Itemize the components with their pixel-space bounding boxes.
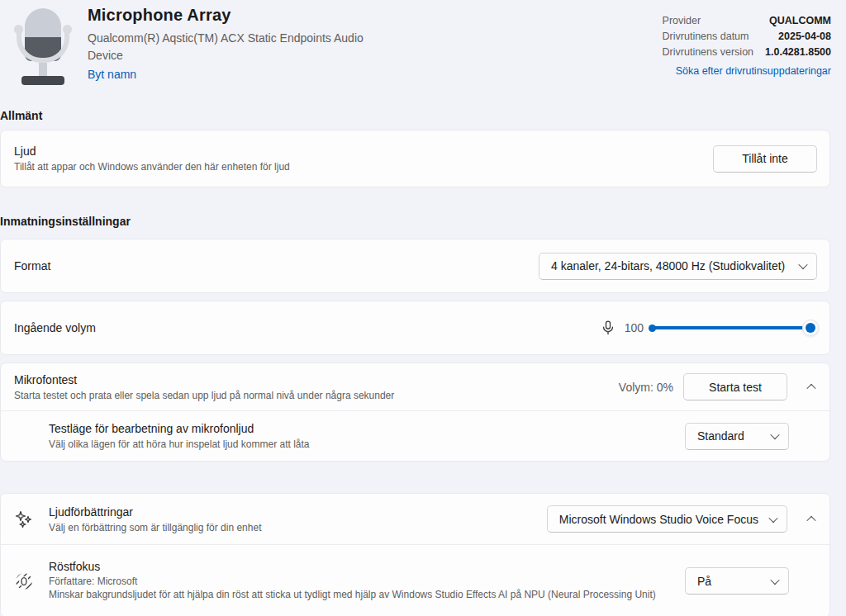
microphone-device-icon [11,8,75,86]
voice-focus-description: Minskar bakgrundsljudet för att hjälpa d… [49,589,656,602]
voice-focus-author: Författare: Microsoft [49,576,656,587]
processing-mode-dropdown[interactable]: Standard [685,423,789,450]
rename-device-link[interactable]: Byt namn [88,68,136,81]
input-volume-card: Ingående volym 100 [0,301,830,355]
input-volume-label: Ingående volym [14,321,96,334]
voice-focus-row: Röstfokus Författare: Microsoft Minskar … [1,545,829,616]
driver-version-label: Drivrutinens version [663,46,753,58]
mic-test-description: Starta testet och prata eller spela seda… [14,390,394,401]
format-selected-value: 4 kanaler, 24-bitars, 48000 Hz (Studiokv… [551,259,785,272]
device-description: Qualcomm(R) Aqstic(TM) ACX Static Endpoi… [88,30,373,64]
chevron-up-icon [806,383,815,392]
processing-mode-row: Testläge för bearbetning av mikrofonljud… [1,411,829,461]
driver-date-label: Drivrutinens datum [663,31,753,42]
driver-update-link[interactable]: Söka efter drivrutinsuppdateringar [676,65,831,77]
sound-title: Ljud [14,145,290,158]
audio-enhancements-dropdown[interactable]: Microsoft Windows Studio Voice Focus [547,505,787,533]
audio-enhancements-selected-value: Microsoft Windows Studio Voice Focus [559,513,758,526]
chevron-down-icon [770,575,779,584]
voice-focus-dropdown[interactable]: På [685,567,789,595]
section-header-general: Allmänt [0,109,830,122]
chevron-down-icon [768,513,777,522]
sound-permission-card: Ljud Tillåt att appar och Windows använd… [0,130,830,187]
format-card: Format 4 kanaler, 24-bitars, 48000 Hz (S… [0,239,830,293]
voice-focus-icon [14,571,34,591]
audio-enhancements-row: Ljudförbättringar Välj en förbättring so… [1,494,829,544]
driver-version-value: 1.0.4281.8500 [765,46,831,58]
microphone-icon [600,318,616,338]
mic-test-row: Mikrofontest Starta testet och prata ell… [1,363,829,410]
mic-test-volume-readout: Volym: 0% [619,381,673,394]
format-dropdown[interactable]: 4 kanaler, 24-bitars, 48000 Hz (Studiokv… [539,253,817,280]
settings-content: Allmänt Ljud Tillåt att appar och Window… [0,109,830,616]
format-row: Format 4 kanaler, 24-bitars, 48000 Hz (S… [1,239,829,292]
format-label: Format [14,259,50,272]
input-volume-row: Ingående volym 100 [1,301,829,354]
disallow-audio-button[interactable]: Tillåt inte [713,145,817,173]
device-properties-page: Microphone Array Qualcomm(R) Aqstic(TM) … [0,0,846,616]
audio-enhancements-collapse-control[interactable] [806,514,817,525]
sound-description: Tillåt att appar och Windows använder de… [14,161,290,173]
mic-test-title: Mikrofontest [14,373,394,386]
device-title-block: Microphone Array Qualcomm(R) Aqstic(TM) … [88,6,373,82]
slider-thumb[interactable] [802,320,819,336]
driver-provider-label: Provider [663,15,753,26]
voice-focus-selected-value: På [697,575,711,588]
voice-focus-title: Röstfokus [49,560,656,573]
chevron-up-icon [806,515,815,524]
slider-track [650,326,817,329]
audio-enhancements-description: Välj en förbättring som är tillgänglig f… [49,522,261,533]
chevron-down-icon [770,430,779,439]
processing-mode-title: Testläge för bearbetning av mikrofonljud [49,422,310,435]
sparkles-icon [14,509,34,529]
processing-mode-description: Välj olika lägen för att höra hur inspel… [49,438,310,450]
chevron-down-icon [798,260,807,269]
sound-permission-row: Ljud Tillåt att appar och Windows använd… [1,130,829,187]
page-title: Microphone Array [88,6,373,25]
start-test-button[interactable]: Starta test [683,373,787,400]
processing-mode-selected-value: Standard [697,429,744,443]
audio-enhancements-title: Ljudförbättringar [49,505,261,519]
mic-test-collapse-control[interactable] [806,381,817,393]
driver-provider-value: QUALCOMM [765,15,831,26]
driver-info-block: Provider QUALCOMM Drivrutinens datum 202… [663,15,831,78]
input-volume-slider[interactable] [650,320,817,336]
section-header-input-settings: Inmatningsinställningar [0,215,830,228]
audio-enhancements-card: Ljudförbättringar Välj en förbättring so… [0,493,830,616]
device-header: Microphone Array Qualcomm(R) Aqstic(TM) … [0,0,846,107]
volume-value: 100 [625,321,644,334]
driver-date-value: 2025-04-08 [765,31,831,42]
mic-test-card: Mikrofontest Starta testet och prata ell… [0,362,830,462]
